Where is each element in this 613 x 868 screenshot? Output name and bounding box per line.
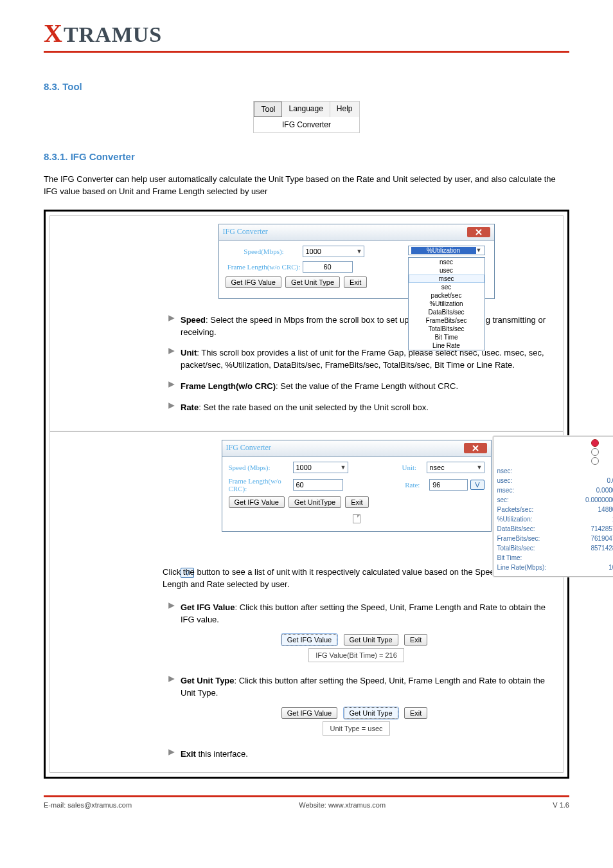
opt[interactable]: Line Rate	[409, 341, 484, 350]
row-unit-exit-button[interactable]: Exit	[404, 707, 427, 719]
bullet-icon	[163, 602, 181, 610]
bullet-speed: Speed: Select the speed in Mbps from the…	[181, 314, 550, 339]
dlg1-frame-input[interactable]: 60	[303, 261, 353, 273]
footer-version: V 1.6	[553, 801, 569, 809]
row-ifg-get-ifg-button[interactable]: Get IFG Value	[281, 634, 338, 646]
row-ifg-exit-button[interactable]: Exit	[404, 634, 427, 646]
dlg1-unit-select[interactable]: %Utilization▼	[408, 246, 485, 255]
bullet-icon	[163, 381, 181, 388]
unit-status-line: Unit Type = usec	[323, 721, 389, 736]
rp-icon	[591, 457, 599, 465]
rp-icon-red	[591, 439, 599, 447]
bullet-unit: Unit: This scroll box provides a list of…	[181, 347, 550, 372]
doc-icon	[353, 514, 360, 523]
opt[interactable]: Bit Time	[409, 333, 484, 341]
menu-item-help[interactable]: Help	[330, 102, 359, 117]
dlg1-exit-button[interactable]: Exit	[344, 276, 367, 288]
dlg2-speed-label: Speed (Mbps):	[229, 464, 293, 471]
rp-icon	[591, 448, 599, 456]
opt[interactable]: %Utilization	[409, 300, 484, 308]
dlg1-title: IFG Converter	[223, 227, 268, 237]
dlg-ifg-converter-2: IFG Converter Speed (Mbps): 1000▼	[222, 440, 492, 532]
footer-email: E-mail: sales@xtramus.com	[44, 801, 132, 809]
row-unit-get-ifg-button[interactable]: Get IFG Value	[281, 707, 338, 719]
v-button-note: Click the button to see a list of unit w…	[163, 566, 550, 591]
dlg2-close-icon[interactable]	[464, 443, 487, 453]
footer-row: E-mail: sales@xtramus.com Website: www.x…	[44, 801, 569, 809]
opt[interactable]: packet/sec	[409, 291, 484, 300]
dlg2-unit-label: Unit:	[402, 464, 427, 471]
brand-logo-rest: TRAMUS	[64, 23, 162, 47]
dlg2-get-ifg-button[interactable]: Get IFG Value	[229, 496, 285, 508]
ifg-status-line: IFG Value(Bit Time) = 216	[308, 648, 404, 662]
dlg1-unit-options[interactable]: nsec usec msec sec packet/sec %Utilizati…	[408, 257, 485, 350]
dlg2-get-unit-button[interactable]: Get UnitType	[289, 496, 341, 508]
dlg2-exit-button[interactable]: Exit	[345, 496, 368, 508]
menu-item-language[interactable]: Language	[282, 102, 330, 117]
bullet-icon	[163, 748, 181, 756]
dlg2-rate-input[interactable]: 96	[429, 479, 468, 491]
bullet-get-ifg: Get IFG Value: Click this button after s…	[181, 602, 550, 626]
dlg2-frame-input[interactable]: 60	[293, 479, 343, 491]
intro-para: The IFG Converter can help user automati…	[44, 174, 569, 198]
bullet-icon	[163, 314, 181, 322]
bullet-get-unit: Get Unit Type: Click this button after s…	[181, 675, 550, 700]
bullet-rate: Rate: Set the rate based on the unit sel…	[181, 402, 429, 414]
dlg1-get-unit-button[interactable]: Get Unit Type	[285, 276, 340, 288]
opt[interactable]: TotalBits/sec	[409, 325, 484, 333]
dlg2-unit-select[interactable]: nsec▼	[427, 462, 484, 473]
row-ifg-get-unit-button[interactable]: Get Unit Type	[344, 634, 398, 646]
opt[interactable]: msec	[409, 275, 484, 283]
footer-bar	[44, 795, 569, 797]
brand-underline	[44, 51, 569, 53]
menu-sub-ifg[interactable]: IFG Converter	[254, 117, 359, 132]
dlg1-close-icon[interactable]	[467, 227, 490, 237]
row-unit-get-unit-button[interactable]: Get Unit Type	[344, 707, 398, 719]
dlg1-speed-label: Speed(Mbps):	[226, 248, 303, 255]
opt[interactable]: usec	[409, 266, 484, 275]
bullet-exit: Exit this interface.	[181, 748, 248, 761]
opt[interactable]: FrameBits/sec	[409, 316, 484, 325]
menu-item-tool[interactable]: Tool	[254, 102, 282, 117]
bullet-icon	[163, 675, 181, 683]
dlg1-frame-label: Frame Length(w/o CRC):	[226, 263, 303, 271]
dlg-ifg-converter-1: IFG Converter Speed(Mbps): 1000▼	[218, 224, 495, 299]
dlg1-get-ifg-button[interactable]: Get IFG Value	[226, 276, 282, 288]
opt[interactable]: sec	[409, 283, 484, 291]
results-popup: nsec:96 usec:0.096 msec:0.000096 sec:0.0…	[493, 436, 614, 577]
dlg1-speed-select[interactable]: 1000▼	[303, 246, 364, 257]
menubar-mockup: Tool Language Help IFG Converter	[253, 101, 359, 133]
dlg2-speed-select[interactable]: 1000▼	[293, 462, 348, 473]
brand-logo: X TRAMUS	[44, 18, 569, 48]
opt[interactable]: DataBits/sec	[409, 308, 484, 316]
heading-tool: 8.3. Tool	[44, 81, 569, 92]
dlg2-title: IFG Converter	[226, 443, 271, 453]
footer-website: Website: www.xtramus.com	[299, 801, 386, 809]
bullet-icon	[163, 402, 181, 410]
dlg2-v-button[interactable]: V	[470, 480, 484, 490]
dlg2-frame-label: Frame Length(w/o CRC):	[229, 477, 293, 493]
dlg2-rate-label: Rate:	[405, 481, 429, 489]
heading-ifg-converter: 8.3.1. IFG Converter	[44, 151, 569, 162]
bullet-framelen: Frame Length(w/o CRC): Set the value of …	[181, 381, 458, 393]
bullet-icon	[163, 347, 181, 355]
brand-logo-x: X	[44, 18, 62, 48]
opt[interactable]: nsec	[409, 258, 484, 266]
